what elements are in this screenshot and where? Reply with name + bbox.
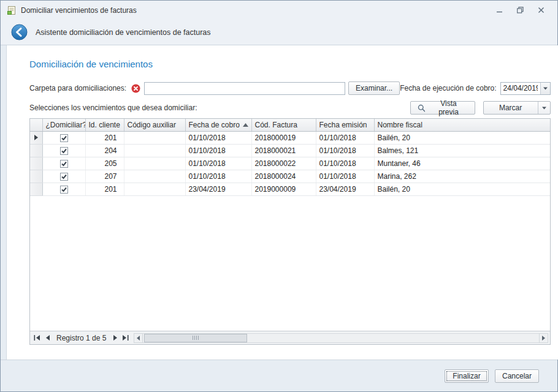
row-indicator-header xyxy=(30,119,42,131)
check-icon xyxy=(61,135,67,141)
magnifier-icon xyxy=(418,104,426,112)
col-header-codigo-auxiliar[interactable]: Código auxiliar xyxy=(124,119,185,131)
cell-codigo-auxiliar xyxy=(124,157,185,170)
preview-button[interactable]: Vista previa xyxy=(410,101,475,115)
finish-button[interactable]: Finalizar xyxy=(445,369,489,383)
scroll-right-icon xyxy=(542,336,545,341)
window-title: Domiciliar vencimientos de facturas xyxy=(21,6,137,15)
row-indicator-cell xyxy=(30,131,42,144)
domiciliar-checkbox[interactable] xyxy=(60,186,68,194)
grid-empty-area xyxy=(30,196,550,331)
minimize-icon xyxy=(496,7,503,13)
close-button[interactable] xyxy=(534,5,548,16)
cell-cod-factura: 2019000009 xyxy=(251,183,316,195)
scroll-left-button[interactable] xyxy=(134,333,143,343)
cell-fecha-emision: 01/10/2018 xyxy=(316,170,374,183)
scrollbar-thumb[interactable] xyxy=(144,334,247,342)
cell-fecha-emision: 01/10/2018 xyxy=(316,157,374,170)
cell-codigo-auxiliar xyxy=(124,170,185,183)
table-row[interactable]: 207 01/10/2018 2018000024 01/10/2018 Mar… xyxy=(30,170,550,183)
validation-error-icon xyxy=(131,84,140,93)
cell-id-cliente: 205 xyxy=(85,157,124,170)
next-record-button[interactable] xyxy=(110,333,120,344)
domiciliar-checkbox[interactable] xyxy=(60,147,68,155)
mark-dropdown-button[interactable] xyxy=(538,107,550,110)
col-header-fecha-cobro-label: Fecha de cobro xyxy=(189,121,243,129)
grid-header-row: ¿Domiciliar? Id. cliente Código auxiliar… xyxy=(30,119,550,131)
execution-date-input[interactable] xyxy=(501,83,540,94)
table-row[interactable]: 204 01/10/2018 2018000021 01/10/2018 Bal… xyxy=(30,144,550,157)
row-indicator-cell xyxy=(30,144,42,157)
cell-fecha-cobro: 01/10/2018 xyxy=(185,144,251,157)
col-header-id-cliente[interactable]: Id. cliente xyxy=(85,119,124,131)
window-controls xyxy=(492,5,551,16)
cell-fecha-emision: 23/04/2019 xyxy=(316,183,374,195)
wizard-title: Asistente domiciliación de vencimientos … xyxy=(36,28,211,37)
first-record-icon xyxy=(34,335,40,341)
table-row[interactable]: 201 23/04/2019 2019000009 23/04/2019 Bai… xyxy=(30,183,550,195)
col-header-cod-factura[interactable]: Cód. Factura xyxy=(251,119,316,131)
col-header-fecha-emision[interactable]: Fecha emisión xyxy=(316,119,374,131)
date-dropdown-button[interactable] xyxy=(540,83,550,94)
cell-id-cliente: 204 xyxy=(85,144,124,157)
folder-label: Carpeta para domiciliaciones: xyxy=(29,84,126,92)
app-icon xyxy=(7,6,17,15)
sort-ascending-icon xyxy=(243,123,248,127)
horizontal-scrollbar[interactable] xyxy=(134,333,548,343)
cell-cod-factura: 2018000021 xyxy=(251,144,316,157)
restore-button[interactable] xyxy=(513,5,527,16)
cell-id-cliente: 207 xyxy=(85,170,124,183)
back-button[interactable] xyxy=(11,24,28,40)
close-icon xyxy=(538,7,545,13)
table-row[interactable]: 205 01/10/2018 2018000022 01/10/2018 Mun… xyxy=(30,157,550,170)
current-row-arrow-icon xyxy=(34,135,38,140)
last-record-icon xyxy=(122,335,129,341)
domiciliar-checkbox[interactable] xyxy=(60,173,68,181)
row-indicator-cell xyxy=(30,183,42,195)
check-icon xyxy=(61,160,67,167)
cell-codigo-auxiliar xyxy=(124,131,185,144)
execution-date-group: Fecha de ejecución de cobro: xyxy=(400,82,550,95)
grid-toolbar: Vista previa Marcar xyxy=(410,101,551,115)
mark-button[interactable]: Marcar xyxy=(483,101,551,115)
folder-input[interactable] xyxy=(144,82,345,95)
cell-nombre-fiscal: Bailén, 20 xyxy=(374,183,550,195)
dialog-window: Domiciliar vencimientos de facturas xyxy=(0,0,558,392)
page-title: Domiciliación de vencimientos xyxy=(29,59,551,69)
table-row[interactable]: 201 01/10/2018 2018000019 01/10/2018 Bai… xyxy=(30,131,550,144)
minimize-button[interactable] xyxy=(492,5,506,16)
cell-id-cliente: 201 xyxy=(85,131,124,144)
col-header-domiciliar[interactable]: ¿Domiciliar? xyxy=(42,119,85,131)
scrollbar-grip-icon xyxy=(193,336,199,340)
cell-fecha-cobro: 01/10/2018 xyxy=(185,170,251,183)
content-area: Domiciliación de vencimientos Carpeta pa… xyxy=(1,45,557,360)
cancel-button[interactable]: Cancelar xyxy=(495,369,539,383)
first-record-button[interactable] xyxy=(32,333,42,344)
cell-fecha-emision: 01/10/2018 xyxy=(316,131,374,144)
cell-codigo-auxiliar xyxy=(124,144,185,157)
cell-domiciliar xyxy=(42,183,85,195)
last-record-button[interactable] xyxy=(120,333,131,344)
prev-record-button[interactable] xyxy=(42,333,53,344)
cell-fecha-cobro: 23/04/2019 xyxy=(185,183,251,195)
check-icon xyxy=(61,173,67,180)
cell-nombre-fiscal: Marina, 262 xyxy=(374,170,550,183)
scroll-right-button[interactable] xyxy=(539,333,548,343)
cell-nombre-fiscal: Balmes, 121 xyxy=(374,144,550,157)
cell-fecha-emision: 01/10/2018 xyxy=(316,144,374,157)
domiciliar-checkbox[interactable] xyxy=(60,160,68,168)
domiciliar-checkbox[interactable] xyxy=(60,134,68,142)
col-header-nombre-fiscal[interactable]: Nombre fiscal xyxy=(374,119,550,131)
prev-record-icon xyxy=(45,335,51,341)
cell-domiciliar xyxy=(42,170,85,183)
folder-row: Carpeta para domiciliaciones: Examinar..… xyxy=(29,81,551,95)
scrollbar-track[interactable] xyxy=(143,333,538,343)
cell-fecha-cobro: 01/10/2018 xyxy=(185,157,251,170)
check-icon xyxy=(61,186,67,193)
scroll-left-icon xyxy=(137,336,140,341)
col-header-fecha-cobro[interactable]: Fecha de cobro xyxy=(185,119,251,131)
check-icon xyxy=(61,148,67,154)
restore-icon xyxy=(517,7,524,13)
browse-button[interactable]: Examinar... xyxy=(348,81,400,95)
execution-date-label: Fecha de ejecución de cobro: xyxy=(400,84,496,92)
